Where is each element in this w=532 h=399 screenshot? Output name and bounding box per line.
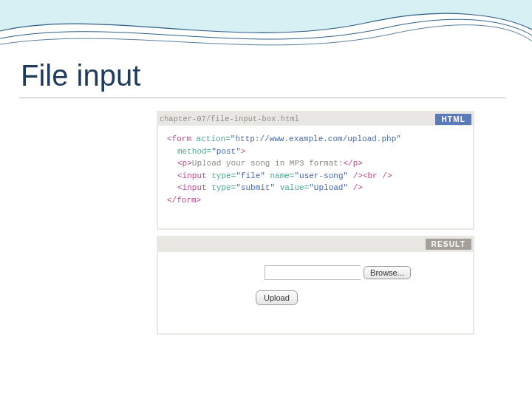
code-token: <form [167, 134, 197, 143]
file-input-row: Browse... [211, 265, 464, 280]
code-token: type= [211, 183, 236, 192]
code-token: method= [177, 147, 211, 156]
panel-header: chapter-07/file-input-box.html HTML [158, 112, 473, 126]
code-token: "http://www.example.com/upload.php" [231, 134, 401, 143]
code-token: action= [197, 134, 231, 143]
slide-title: File input [21, 59, 140, 92]
code-token: value= [280, 183, 310, 192]
code-block: <form action="http://www.example.com/upl… [158, 126, 473, 228]
html-badge: HTML [435, 114, 471, 125]
code-token: <p> [177, 159, 192, 168]
panel-header: RESULT [158, 237, 473, 250]
code-token: <input [177, 171, 211, 180]
result-preview: Browse... Upload [158, 252, 473, 333]
code-token: /> [353, 183, 363, 192]
result-panel: RESULT Browse... Upload [157, 236, 474, 335]
code-token: </form> [167, 196, 201, 205]
html-code-panel: chapter-07/file-input-box.html HTML <for… [157, 111, 474, 230]
file-path-label: chapter-07/file-input-box.html [160, 115, 299, 123]
upload-button[interactable]: Upload [256, 290, 298, 305]
code-token: Upload your song in MP3 format: [192, 159, 344, 168]
result-badge: RESULT [426, 239, 471, 250]
code-token: "submit" [236, 183, 279, 192]
code-token: "post" [211, 147, 241, 156]
file-input[interactable] [265, 265, 361, 280]
code-token: > [241, 147, 246, 156]
code-token: </p> [343, 159, 362, 168]
example-container: chapter-07/file-input-box.html HTML <for… [157, 111, 474, 341]
code-token: name= [270, 171, 294, 180]
slide-header-wave [0, 0, 532, 59]
code-token: "Upload" [309, 183, 352, 192]
code-token: "user-song" [294, 171, 352, 180]
code-token: /><br /> [353, 171, 392, 180]
browse-button[interactable]: Browse... [364, 266, 411, 279]
code-token: type= [211, 171, 236, 180]
code-token: "file" [236, 171, 270, 180]
code-token: <input [177, 183, 211, 192]
title-underline [19, 98, 505, 98]
